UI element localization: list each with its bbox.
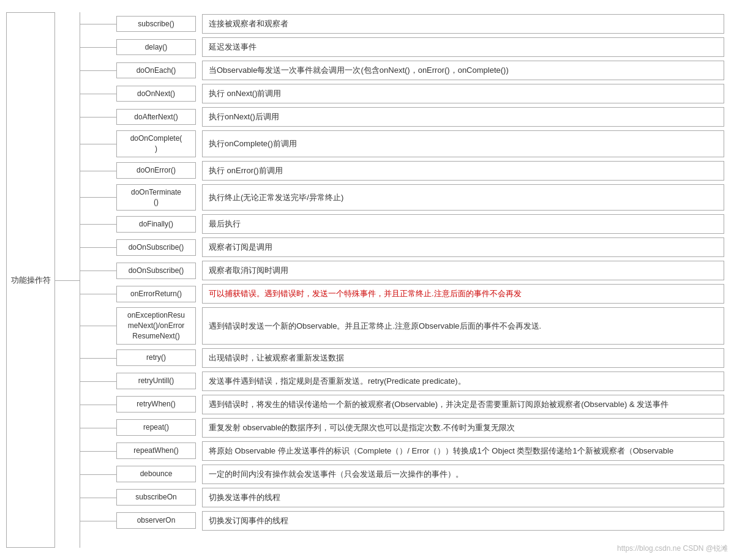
table-row: retryUntill()发送事件遇到错误，指定规则是否重新发送。retry(P… [80, 370, 728, 393]
method-box: doOnNext() [116, 86, 196, 102]
desc-box: 出现错误时，让被观察者重新发送数据 [202, 348, 724, 368]
method-box: doOnTerminate () [116, 184, 196, 211]
desc-box: 执行终止(无论正常发送完毕/异常终止) [202, 184, 724, 211]
method-box: doOnSubscribe() [116, 263, 196, 279]
table-row: observerOn切换发订阅事件的线程 [80, 509, 728, 532]
desc-box: 执行onComplete()前调用 [202, 130, 724, 157]
table-row: doOnTerminate ()执行终止(无论正常发送完毕/异常终止) [80, 182, 728, 213]
table-row: repeatWhen()将原始 Observable 停止发送事件的标识（Com… [80, 439, 728, 463]
table-row: subscribe()连接被观察者和观察者 [80, 12, 728, 35]
desc-box: 切换发送事件的线程 [202, 488, 724, 507]
method-box: doOnError() [116, 162, 196, 179]
watermark: https://blog.csdn.ne CSDN @锐滩 [617, 543, 728, 554]
method-box: repeat() [116, 419, 196, 436]
method-box: doOnEach() [116, 62, 196, 79]
table-row: delay()延迟发送事件 [80, 35, 728, 59]
table-row: doOnEach()当Observable每发送一次事件就会调用一次(包含onN… [80, 59, 728, 82]
desc-box: 当Observable每发送一次事件就会调用一次(包含onNext()，onEr… [202, 61, 724, 80]
desc-box: 一定的时间内没有操作就会发送事件（只会发送最后一次操作的事件）。 [202, 465, 724, 484]
method-box: retryUntill() [116, 373, 196, 389]
table-row: doOnNext()执行 onNext()前调用 [80, 82, 728, 105]
table-row: doOnSubscribe()观察者订阅是调用 [80, 236, 728, 259]
table-row: subscribeOn切换发送事件的线程 [80, 486, 728, 509]
method-box: onExceptionResu meNext()/onError ResumeN… [116, 307, 196, 344]
desc-box: 观察者订阅是调用 [202, 237, 724, 257]
method-box: delay() [116, 39, 196, 56]
desc-box: 遇到错误时发送一个新的Observable。并且正常终止.注意原Observab… [202, 307, 724, 344]
method-box: retryWhen() [116, 396, 196, 413]
table-row: doAfterNext()执行onNext()后调用 [80, 105, 728, 129]
desc-box: 最后执行 [202, 214, 724, 234]
method-box: debounce [116, 466, 196, 482]
table-row: debounce一定的时间内没有操作就会发送事件（只会发送最后一次操作的事件）。 [80, 463, 728, 486]
table-row: retryWhen()遇到错误时，将发生的错误传递给一个新的被观察者(Obser… [80, 393, 728, 416]
table-row: doFinally()最后执行 [80, 212, 728, 236]
method-box: subscribeOn [116, 489, 196, 506]
desc-box: 执行onNext()后调用 [202, 107, 724, 127]
desc-box: 发送事件遇到错误，指定规则是否重新发送。retry(Predicate pred… [202, 371, 724, 391]
desc-box: 执行 onNext()前调用 [202, 84, 724, 103]
desc-box: 重复发射 observable的数据序列，可以使无限次也可以是指定次数.不传时为… [202, 418, 724, 438]
method-box: observerOn [116, 512, 196, 529]
desc-box: 遇到错误时，将发生的错误传递给一个新的被观察者(Observable)，并决定是… [202, 395, 724, 414]
table-row: repeat()重复发射 observable的数据序列，可以使无限次也可以是指… [80, 416, 728, 439]
table-row: retry()出现错误时，让被观察者重新发送数据 [80, 346, 728, 370]
table-row: onExceptionResu meNext()/onError ResumeN… [80, 305, 728, 346]
desc-box: 可以捕获错误。遇到错误时，发送一个特殊事件，并且正常终止.注意后面的事件不会再发 [202, 284, 724, 304]
desc-box: 观察者取消订阅时调用 [202, 261, 724, 280]
desc-box: 将原始 Observable 停止发送事件的标识（Complete（）/ Err… [202, 441, 724, 461]
method-box: subscribe() [116, 16, 196, 32]
desc-box: 切换发订阅事件的线程 [202, 511, 724, 531]
desc-box: 延迟发送事件 [202, 37, 724, 57]
method-box: doAfterNext() [116, 109, 196, 125]
method-box: retry() [116, 349, 196, 366]
desc-box: 执行 onError()前调用 [202, 161, 724, 181]
table-row: doOnSubscribe()观察者取消订阅时调用 [80, 259, 728, 282]
method-box: repeatWhen() [116, 442, 196, 459]
method-box: doFinally() [116, 216, 196, 233]
method-box: doOnComplete( ) [116, 130, 196, 157]
table-row: doOnComplete( )执行onComplete()前调用 [80, 129, 728, 159]
method-box: onErrorReturn() [116, 286, 196, 302]
category-label: 功能操作符 [6, 12, 55, 548]
desc-box: 连接被观察者和观察者 [202, 14, 724, 34]
method-box: doOnSubscribe() [116, 239, 196, 256]
table-row: onErrorReturn()可以捕获错误。遇到错误时，发送一个特殊事件，并且正… [80, 282, 728, 305]
table-row: doOnError()执行 onError()前调用 [80, 159, 728, 182]
